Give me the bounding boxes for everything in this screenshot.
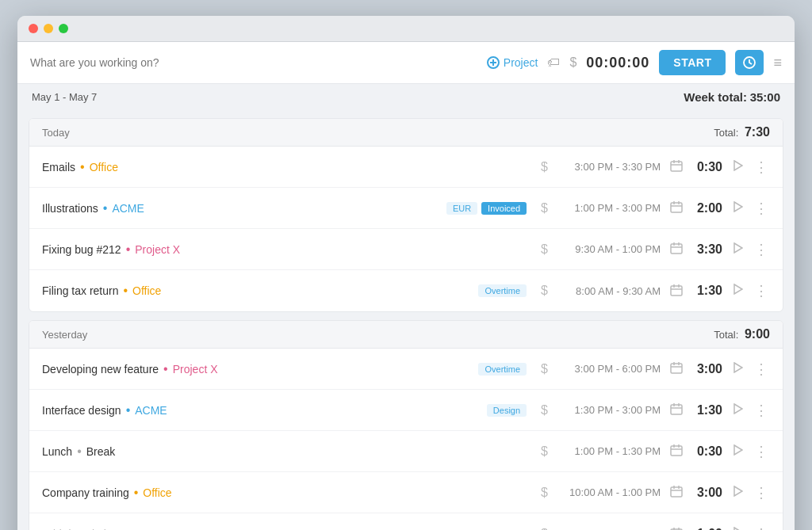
- more-menu-button[interactable]: ⋮: [753, 200, 770, 217]
- duration: 0:30: [692, 444, 722, 459]
- calendar-icon[interactable]: [667, 444, 686, 459]
- time-range: 9:30 AM - 1:00 PM: [557, 243, 661, 255]
- play-button[interactable]: [729, 242, 746, 257]
- week-range: May 1 - May 7: [32, 91, 97, 103]
- search-input[interactable]: [30, 56, 477, 69]
- project-bullet: •: [126, 403, 131, 418]
- more-menu-button[interactable]: ⋮: [753, 443, 770, 460]
- svg-marker-28: [734, 363, 742, 372]
- time-range: 3:00 PM - 6:00 PM: [557, 363, 661, 375]
- calendar-icon[interactable]: [667, 284, 686, 299]
- svg-marker-43: [734, 486, 742, 496]
- calendar-icon[interactable]: [667, 159, 686, 174]
- section-label: Yesterday: [42, 329, 87, 341]
- time-range: 10:00 AM - 1:00 PM: [557, 486, 661, 498]
- more-menu-button[interactable]: ⋮: [753, 158, 770, 176]
- menu-icon[interactable]: ≡: [773, 55, 782, 71]
- week-total-value: 35:00: [750, 90, 780, 104]
- section-header-today: Today Total: 7:30: [29, 119, 783, 147]
- play-button[interactable]: [729, 284, 746, 298]
- dollar-icon[interactable]: $: [569, 55, 576, 70]
- entry-title: Company training: [42, 486, 129, 499]
- calendar-icon[interactable]: [667, 200, 686, 215]
- calendar-icon[interactable]: [667, 485, 686, 500]
- billable-icon[interactable]: $: [538, 201, 551, 215]
- section-today: Today Total: 7:30 Emails • Office $ 3:00…: [29, 118, 783, 312]
- tag-badge: EUR: [446, 202, 477, 215]
- svg-rect-19: [671, 286, 682, 296]
- tag-icon[interactable]: 🏷: [547, 55, 560, 70]
- section-label: Today: [42, 127, 70, 139]
- start-button[interactable]: START: [659, 50, 726, 75]
- billable-icon[interactable]: $: [538, 242, 551, 257]
- more-menu-button[interactable]: ⋮: [753, 241, 770, 258]
- billable-icon[interactable]: $: [538, 444, 551, 459]
- svg-rect-4: [671, 162, 682, 171]
- tag-badge: Invoiced: [481, 202, 527, 215]
- more-menu-button[interactable]: ⋮: [753, 282, 770, 299]
- billable-icon[interactable]: $: [538, 284, 551, 298]
- duration: 3:00: [692, 362, 722, 376]
- svg-rect-9: [671, 203, 682, 212]
- svg-marker-8: [734, 161, 742, 170]
- entry-title: Emails: [42, 161, 75, 173]
- project-name: Project X: [135, 243, 180, 256]
- project-button[interactable]: Project: [487, 56, 538, 69]
- entry-title: Fixing bug #212: [42, 243, 121, 256]
- play-button[interactable]: [729, 444, 746, 459]
- minimize-dot[interactable]: [44, 24, 53, 33]
- play-button[interactable]: [729, 160, 746, 174]
- entry-title: Interface design: [42, 404, 121, 417]
- billable-icon[interactable]: $: [538, 403, 551, 418]
- project-bullet: •: [80, 160, 85, 174]
- duration: 3:00: [692, 486, 722, 500]
- project-name: Office: [143, 486, 171, 499]
- svg-rect-29: [671, 405, 682, 414]
- table-row: Fixing bug #212 • Project X $ 9:30 AM - …: [29, 229, 783, 270]
- tag-badge: Overtime: [478, 363, 527, 376]
- more-menu-button[interactable]: ⋮: [753, 484, 770, 501]
- top-bar: Project 🏷 $ 00:00:00 START ≡: [17, 42, 795, 84]
- calendar-icon[interactable]: [667, 402, 686, 418]
- play-button[interactable]: [729, 527, 746, 530]
- billable-icon[interactable]: $: [538, 362, 551, 376]
- svg-marker-18: [734, 243, 742, 253]
- billable-icon[interactable]: $: [538, 527, 551, 530]
- project-name: ACME: [135, 404, 167, 417]
- maximize-dot[interactable]: [59, 24, 68, 33]
- billable-icon[interactable]: $: [538, 160, 551, 174]
- project-bullet: •: [77, 444, 82, 459]
- entry-description: Emails • Office: [42, 160, 531, 174]
- svg-marker-23: [734, 284, 742, 294]
- project-bullet: •: [126, 242, 131, 257]
- play-button[interactable]: [729, 403, 746, 418]
- play-button[interactable]: [729, 362, 746, 376]
- more-menu-button[interactable]: ⋮: [753, 360, 770, 378]
- timer-display: 00:00:00: [586, 55, 649, 71]
- calendar-icon[interactable]: [667, 527, 686, 531]
- entry-description: Filing tax return • Office: [42, 284, 472, 298]
- play-button[interactable]: [729, 486, 746, 500]
- week-bar: May 1 - May 7 Week total: 35:00: [17, 84, 795, 110]
- duration: 2:00: [692, 201, 722, 215]
- time-range: 1:00 PM - 1:30 PM: [557, 445, 661, 457]
- duration: 0:30: [692, 160, 722, 174]
- entry-title: Filing tax return: [42, 284, 118, 297]
- project-name: Break: [86, 445, 116, 458]
- svg-rect-34: [671, 446, 682, 456]
- more-menu-button[interactable]: ⋮: [753, 402, 770, 419]
- table-row: Illustrations • ACME EURInvoiced $ 1:00 …: [29, 188, 783, 229]
- clock-button[interactable]: [735, 50, 764, 75]
- project-bullet: •: [103, 201, 108, 215]
- section-header-yesterday: Yesterday Total: 9:00: [29, 321, 783, 349]
- svg-marker-13: [734, 202, 742, 212]
- more-menu-button[interactable]: ⋮: [753, 525, 770, 530]
- calendar-icon[interactable]: [667, 242, 686, 257]
- close-dot[interactable]: [29, 24, 38, 33]
- project-bullet: •: [134, 486, 139, 500]
- billable-icon[interactable]: $: [538, 486, 551, 500]
- calendar-icon[interactable]: [667, 361, 686, 376]
- table-row: Lunch • Break $ 1:00 PM - 1:30 PM 0:30: [29, 431, 783, 472]
- play-button[interactable]: [729, 201, 746, 215]
- entry-title: Developing new feature: [42, 363, 159, 376]
